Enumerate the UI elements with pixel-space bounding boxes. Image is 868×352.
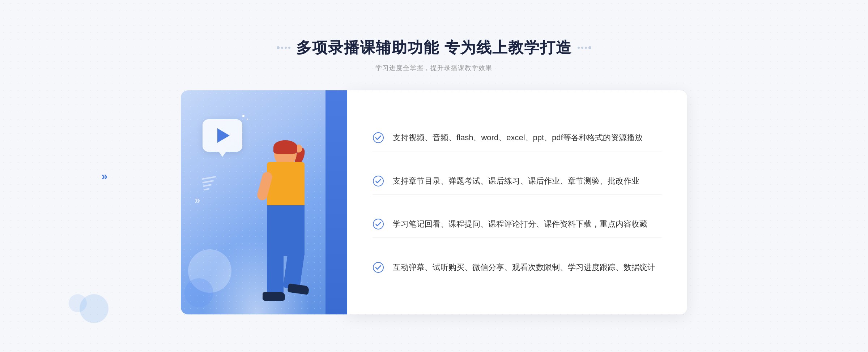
stripe-decoration — [201, 176, 218, 190]
title-dots-right — [578, 46, 591, 49]
feature-text-4: 互动弹幕、试听购买、微信分享、观看次数限制、学习进度跟踪、数据统计 — [393, 261, 655, 274]
check-icon-4 — [373, 262, 384, 273]
title-row: 多项录播课辅助功能 专为线上教学打造 — [277, 38, 591, 58]
person-leg-left — [267, 253, 284, 296]
title-dots-left — [277, 46, 290, 49]
feature-text-1: 支持视频、音频、flash、word、excel、ppt、pdf等各种格式的资源… — [393, 131, 643, 144]
person-illustration — [224, 141, 325, 314]
stripe-2 — [202, 180, 214, 183]
dot-1 — [277, 46, 280, 49]
left-arrow-icon: » — [101, 169, 108, 183]
illustration-arrow: » — [195, 194, 200, 206]
feature-item-4: 互动弹幕、试听购买、微信分享、观看次数限制、学习进度跟踪、数据统计 — [373, 254, 662, 281]
stripe-3 — [203, 184, 212, 187]
dot-8 — [588, 46, 591, 49]
stripe-4 — [204, 188, 209, 190]
svg-point-0 — [373, 133, 383, 143]
dot-7 — [585, 47, 587, 49]
check-icon-2 — [373, 175, 384, 187]
illustration-panel: » — [181, 90, 347, 314]
main-title: 多项录播课辅助功能 专为线上教学打造 — [296, 38, 572, 58]
sub-title: 学习进度全掌握，提升录播课教学效果 — [277, 64, 591, 72]
feature-text-3: 学习笔记回看、课程提问、课程评论打分、课件资料下载，重点内容收藏 — [393, 218, 647, 230]
blue-bar — [326, 90, 347, 314]
check-icon-3 — [373, 218, 384, 230]
sparkle-2 — [247, 119, 248, 120]
deco-circle-2 — [69, 294, 87, 312]
content-area: » — [181, 90, 687, 314]
page-container: » 多项录播课辅助功能 专为线上教学打造 学习进度全掌握，提升录播课教学效果 — [0, 0, 868, 352]
person-pants — [267, 205, 305, 256]
person-shoe-left — [263, 292, 285, 301]
svg-point-2 — [373, 219, 383, 229]
feature-item-2: 支持章节目录、弹题考试、课后练习、课后作业、章节测验、批改作业 — [373, 167, 662, 195]
feature-item-1: 支持视频、音频、flash、word、excel、ppt、pdf等各种格式的资源… — [373, 124, 662, 151]
play-icon — [217, 128, 230, 143]
check-icon-1 — [373, 132, 384, 143]
circle-deco-2 — [184, 278, 213, 307]
svg-point-3 — [373, 262, 383, 272]
feature-text-2: 支持章节目录、弹题考试、课后练习、课后作业、章节测验、批改作业 — [393, 175, 639, 187]
person-hair — [273, 140, 297, 154]
dot-2 — [281, 47, 283, 49]
dot-4 — [288, 47, 290, 49]
dot-6 — [581, 47, 583, 49]
stripe-1 — [201, 176, 216, 180]
header-section: 多项录播课辅助功能 专为线上教学打造 学习进度全掌握，提升录播课教学效果 — [277, 38, 591, 72]
person-body — [267, 162, 305, 209]
feature-item-3: 学习笔记回看、课程提问、课程评论打分、课件资料下载，重点内容收藏 — [373, 210, 662, 238]
sparkle-1 — [242, 115, 244, 117]
svg-point-1 — [373, 176, 383, 186]
features-panel: 支持视频、音频、flash、word、excel、ppt、pdf等各种格式的资源… — [347, 90, 687, 314]
person-shoe-right — [288, 283, 310, 295]
dot-5 — [578, 47, 580, 49]
dot-3 — [285, 47, 287, 49]
